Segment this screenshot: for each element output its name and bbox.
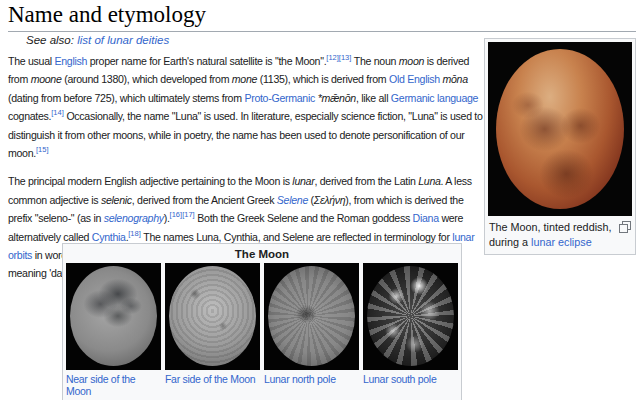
reference-sup: [17] [182, 211, 195, 220]
far-side-link[interactable]: Far side of the Moon [165, 373, 255, 385]
text-span: moon [399, 55, 424, 67]
text-span: , derived from the Latin [314, 175, 418, 187]
reference-link[interactable]: [13] [339, 53, 352, 62]
text-link[interactable]: Selene [277, 194, 308, 206]
text-span: , derived from the Ancient Greek [132, 194, 277, 206]
text-link[interactable]: Cynthia [92, 231, 126, 243]
near-side-link[interactable]: Near side of the Moon [66, 373, 135, 397]
text-link[interactable]: English [54, 55, 87, 67]
near-side-image[interactable] [66, 263, 161, 370]
text-link[interactable]: lunar eclipse [531, 236, 592, 248]
text-span: (around 1380), which developed from [62, 73, 232, 85]
text-link[interactable]: Germanic language [391, 92, 478, 104]
text-span: (dating from before 725), which ultimate… [8, 92, 244, 104]
text-span: moone [31, 73, 62, 85]
reference-sup: [15] [36, 146, 49, 155]
text-span: See also: [26, 34, 77, 46]
text-span: Occasionally, the name "Luna" is used. I… [8, 110, 483, 159]
reference-sup: [18] [128, 229, 141, 238]
paragraph-etymology: The usual English proper name for Earth'… [8, 52, 484, 162]
text-span: Luna [418, 175, 440, 187]
north-pole-link[interactable]: Lunar north pole [264, 373, 336, 385]
red-moon-disc [496, 49, 624, 209]
text-link[interactable]: selenography [104, 212, 164, 224]
reference-link[interactable]: [15] [36, 146, 49, 155]
north-pole-moon-disc [268, 266, 355, 366]
thumbnail-caption: The Moon, tinted reddish, during a lunar… [488, 216, 632, 251]
text-span: Σελήνη [314, 194, 345, 206]
thumbnail-caption-text: The Moon, tinted reddish, during a lunar… [489, 221, 611, 248]
reference-link[interactable]: [16] [170, 211, 183, 220]
see-also-hatnote: See also: list of lunar deities [26, 34, 466, 46]
text-span: , like all [356, 92, 391, 104]
text-span: Both the Greek Selene and the Roman godd… [195, 212, 413, 224]
reference-link[interactable]: [17] [182, 211, 195, 220]
reference-sup: [14] [51, 109, 64, 118]
text-span: (1135), which is derived from [257, 73, 389, 85]
south-pole-moon-disc [367, 266, 454, 366]
reference-link[interactable]: [12] [326, 53, 339, 62]
text-span: mone [232, 73, 257, 85]
text-link[interactable]: list of lunar deities [77, 34, 169, 46]
far-side-moon-disc [169, 266, 256, 366]
reference-link[interactable]: [18] [128, 229, 141, 238]
text-span: selenic [101, 194, 132, 206]
south-pole-link[interactable]: Lunar south pole [363, 373, 436, 385]
text-link[interactable]: Old English [389, 73, 440, 85]
wikipedia-article-section: Name and etymology See also: list of lun… [0, 0, 640, 400]
text-link[interactable]: Diana [413, 212, 439, 224]
moon-gallery-item: Lunar south pole [363, 263, 458, 397]
text-span: *mǣnōn [318, 92, 356, 104]
moon-gallery-title: The Moon [66, 247, 458, 263]
moon-gallery-item: Near side of the Moon [66, 263, 161, 397]
text-link[interactable]: Proto-Germanic [244, 92, 315, 104]
text-span: lunar [292, 175, 314, 187]
eclipse-moon-image[interactable] [488, 42, 632, 216]
far-side-image[interactable] [165, 263, 260, 370]
south-pole-image[interactable] [363, 263, 458, 370]
north-pole-image[interactable] [264, 263, 359, 370]
text-span: proper name for Earth's natural satellit… [87, 55, 326, 67]
moon-gallery-box: The Moon Near side of the Moon Far side … [62, 243, 462, 400]
section-heading: Name and etymology [8, 2, 636, 32]
magnify-icon[interactable] [619, 221, 631, 237]
text-span: The noun [351, 55, 398, 67]
text-span: cognates. [8, 110, 51, 122]
text-span: The names Luna, Cynthia, and Selene are … [141, 231, 453, 243]
near-side-moon-disc [70, 266, 157, 366]
moon-gallery-item: Lunar north pole [264, 263, 359, 397]
moon-gallery-item: Far side of the Moon [165, 263, 260, 397]
reference-sup: [13] [339, 53, 352, 62]
reference-link[interactable]: [14] [51, 109, 64, 118]
text-span: mōna [442, 73, 467, 85]
text-span: The usual [8, 55, 54, 67]
text-span: The principal modern English adjective p… [8, 175, 292, 187]
reference-sup: [12] [326, 53, 339, 62]
eclipse-thumbnail-box: The Moon, tinted reddish, during a lunar… [484, 38, 636, 255]
reference-sup: [16] [170, 211, 183, 220]
moon-gallery-row: Near side of the Moon Far side of the Mo… [66, 263, 458, 397]
